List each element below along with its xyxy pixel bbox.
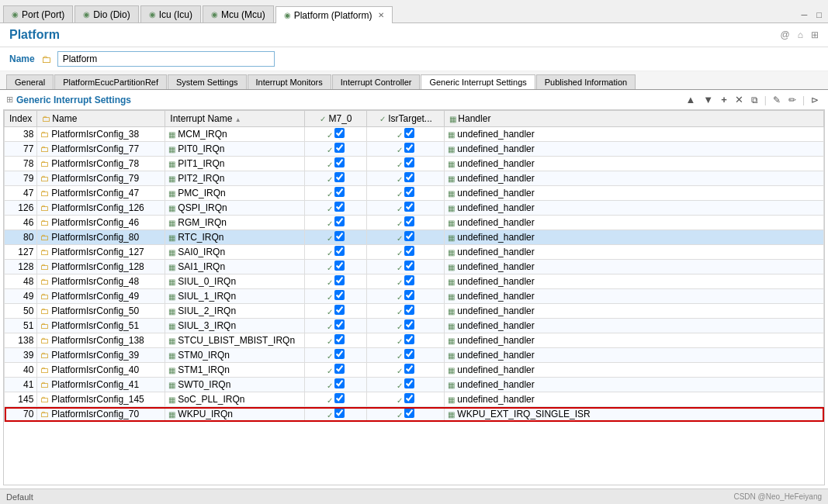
cell-isr[interactable]: ✓ (367, 245, 445, 260)
cell-handler: ▦undefined_handler (445, 186, 824, 201)
cell-handler: ▦undefined_handler (445, 363, 824, 378)
table-row[interactable]: 80 🗀PlatformIsrConfig_80 ▦RTC_IRQn ✓ ✓ ▦… (5, 230, 824, 245)
table-row[interactable]: 128 🗀PlatformIsrConfig_128 ▦SAI1_IRQn ✓ … (5, 260, 824, 274)
section-tab-5[interactable]: Generic Interrupt Settings (421, 74, 535, 89)
properties-btn[interactable]: ✏ (785, 94, 799, 106)
cell-isr[interactable]: ✓ (367, 289, 445, 304)
table-row[interactable]: 51 🗀PlatformIsrConfig_51 ▦SIUL_3_IRQn ✓ … (5, 319, 824, 333)
table-row[interactable]: 48 🗀PlatformIsrConfig_48 ▦SIUL_0_IRQn ✓ … (5, 274, 824, 289)
cell-isr[interactable]: ✓ (367, 230, 445, 245)
cell-m7[interactable]: ✓ (305, 127, 367, 142)
table-row[interactable]: 41 🗀PlatformIsrConfig_41 ▦SWT0_IRQn ✓ ✓ … (5, 378, 824, 392)
handler-icon: ▦ (448, 160, 455, 168)
title-tab-4[interactable]: ◉Platform (Platform)✕ (275, 6, 393, 23)
cell-isr[interactable]: ✓ (367, 333, 445, 348)
cell-interrupt: ▦SIUL_2_IRQn (165, 304, 305, 319)
cell-m7[interactable]: ✓ (305, 407, 367, 422)
cell-isr[interactable]: ✓ (367, 171, 445, 186)
cell-index: 51 (5, 319, 37, 333)
tab-close-4[interactable]: ✕ (378, 11, 384, 19)
cell-m7[interactable]: ✓ (305, 378, 367, 392)
cell-m7[interactable]: ✓ (305, 260, 367, 274)
cell-m7[interactable]: ✓ (305, 216, 367, 230)
cell-m7[interactable]: ✓ (305, 157, 367, 171)
folder-cell-icon: 🗀 (40, 365, 49, 375)
table-container[interactable]: Index 🗀 Name Interrupt Name ▲ ✓ M7_0 (3, 109, 825, 485)
section-tab-3[interactable]: Interrupt Monitors (248, 74, 331, 89)
cell-isr[interactable]: ✓ (367, 216, 445, 230)
cell-index: 127 (5, 245, 37, 260)
table-row[interactable]: 78 🗀PlatformIsrConfig_78 ▦PIT1_IRQn ✓ ✓ … (5, 157, 824, 171)
grid-icon[interactable]: ⊞ (811, 29, 819, 40)
handler-icon: ▦ (448, 337, 455, 345)
cell-m7[interactable]: ✓ (305, 348, 367, 363)
window-maximize[interactable]: □ (813, 10, 825, 19)
cell-isr[interactable]: ✓ (367, 363, 445, 378)
table-row[interactable]: 138 🗀PlatformIsrConfig_138 ▦STCU_LBIST_M… (5, 333, 824, 348)
title-tab-2[interactable]: ◉Icu (Icu) (140, 5, 201, 22)
section-tab-1[interactable]: PlatformEcucPartitionRef (54, 74, 167, 89)
cell-isr[interactable]: ✓ (367, 348, 445, 363)
cell-isr[interactable]: ✓ (367, 319, 445, 333)
cell-m7[interactable]: ✓ (305, 171, 367, 186)
table-row[interactable]: 77 🗀PlatformIsrConfig_77 ▦PIT0_IRQn ✓ ✓ … (5, 142, 824, 157)
cell-isr[interactable]: ✓ (367, 186, 445, 201)
table-row[interactable]: 49 🗀PlatformIsrConfig_49 ▦SIUL_1_IRQn ✓ … (5, 289, 824, 304)
cell-m7[interactable]: ✓ (305, 274, 367, 289)
delete-btn[interactable]: ✕ (732, 93, 747, 106)
table-row[interactable]: 40 🗀PlatformIsrConfig_40 ▦STM1_IRQn ✓ ✓ … (5, 363, 824, 378)
title-tab-1[interactable]: ◉Dio (Dio) (74, 5, 138, 22)
cell-isr[interactable]: ✓ (367, 407, 445, 422)
at-icon[interactable]: @ (781, 29, 790, 40)
file-cell-icon: ▦ (168, 292, 175, 301)
table-row[interactable]: 70 🗀PlatformIsrConfig_70 ▦WKPU_IRQn ✓ ✓ … (5, 407, 824, 422)
home-icon[interactable]: ⌂ (798, 29, 803, 40)
table-row[interactable]: 46 🗀PlatformIsrConfig_46 ▦RGM_IRQn ✓ ✓ ▦… (5, 216, 824, 230)
section-tab-6[interactable]: Published Information (536, 74, 636, 89)
table-row[interactable]: 126 🗀PlatformIsrConfig_126 ▦QSPI_IRQn ✓ … (5, 201, 824, 216)
cell-m7[interactable]: ✓ (305, 289, 367, 304)
name-input[interactable] (57, 51, 275, 67)
cell-index: 50 (5, 304, 37, 319)
section-tab-2[interactable]: System Settings (168, 74, 246, 89)
cell-isr[interactable]: ✓ (367, 274, 445, 289)
cell-isr[interactable]: ✓ (367, 157, 445, 171)
table-row[interactable]: 39 🗀PlatformIsrConfig_39 ▦STM0_IRQn ✓ ✓ … (5, 348, 824, 363)
cell-isr[interactable]: ✓ (367, 378, 445, 392)
cell-handler: ▦undefined_handler (445, 304, 824, 319)
cell-isr[interactable]: ✓ (367, 201, 445, 216)
table-row[interactable]: 145 🗀PlatformIsrConfig_145 ▦SoC_PLL_IRQn… (5, 392, 824, 407)
cell-m7[interactable]: ✓ (305, 245, 367, 260)
table-row[interactable]: 50 🗀PlatformIsrConfig_50 ▦SIUL_2_IRQn ✓ … (5, 304, 824, 319)
cell-isr[interactable]: ✓ (367, 304, 445, 319)
cell-m7[interactable]: ✓ (305, 142, 367, 157)
cell-m7[interactable]: ✓ (305, 230, 367, 245)
copy-btn[interactable]: ⧉ (748, 94, 761, 106)
cell-m7[interactable]: ✓ (305, 201, 367, 216)
edit-btn[interactable]: ✎ (770, 94, 784, 106)
cell-handler: ▦undefined_handler (445, 289, 824, 304)
section-tab-0[interactable]: General (6, 74, 54, 89)
move-up-btn[interactable]: ▲ (682, 93, 698, 106)
cell-m7[interactable]: ✓ (305, 333, 367, 348)
cell-m7[interactable]: ✓ (305, 319, 367, 333)
table-row[interactable]: 38 🗀PlatformIsrConfig_38 ▦MCM_IRQn ✓ ✓ ▦… (5, 127, 824, 142)
window-minimize[interactable]: ─ (799, 10, 811, 19)
cell-m7[interactable]: ✓ (305, 392, 367, 407)
cell-isr[interactable]: ✓ (367, 142, 445, 157)
table-row[interactable]: 47 🗀PlatformIsrConfig_47 ▦PMC_IRQn ✓ ✓ ▦… (5, 186, 824, 201)
title-tab-3[interactable]: ◉Mcu (Mcu) (203, 5, 274, 22)
cell-isr[interactable]: ✓ (367, 392, 445, 407)
cell-isr[interactable]: ✓ (367, 127, 445, 142)
cell-m7[interactable]: ✓ (305, 304, 367, 319)
move-down-btn[interactable]: ▼ (700, 93, 716, 106)
section-tab-4[interactable]: Interrupt Controller (332, 74, 421, 89)
export-btn[interactable]: ⊳ (808, 94, 822, 106)
cell-m7[interactable]: ✓ (305, 363, 367, 378)
cell-isr[interactable]: ✓ (367, 260, 445, 274)
title-tab-0[interactable]: ◉Port (Port) (3, 5, 73, 22)
table-row[interactable]: 127 🗀PlatformIsrConfig_127 ▦SAI0_IRQn ✓ … (5, 245, 824, 260)
cell-m7[interactable]: ✓ (305, 186, 367, 201)
add-btn[interactable]: + (718, 93, 730, 106)
table-row[interactable]: 79 🗀PlatformIsrConfig_79 ▦PIT2_IRQn ✓ ✓ … (5, 171, 824, 186)
